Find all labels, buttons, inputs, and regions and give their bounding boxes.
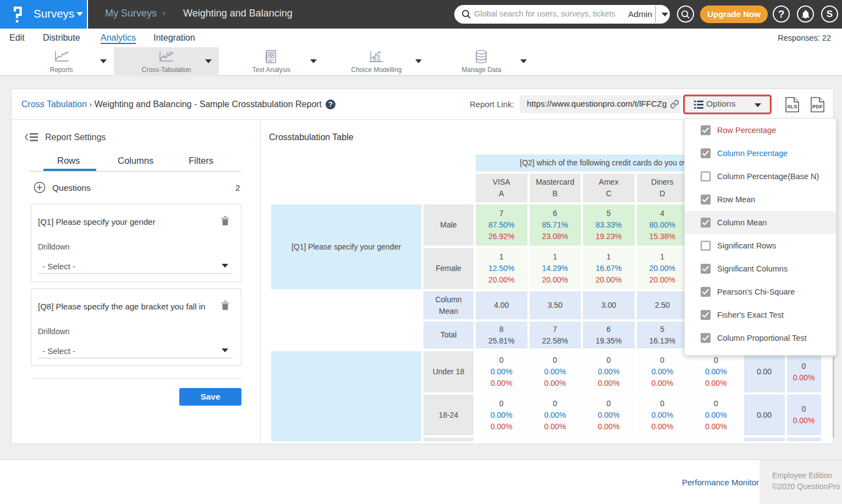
svg-text:XLS: XLS <box>787 103 797 109</box>
svg-text:PDF: PDF <box>812 103 823 109</box>
